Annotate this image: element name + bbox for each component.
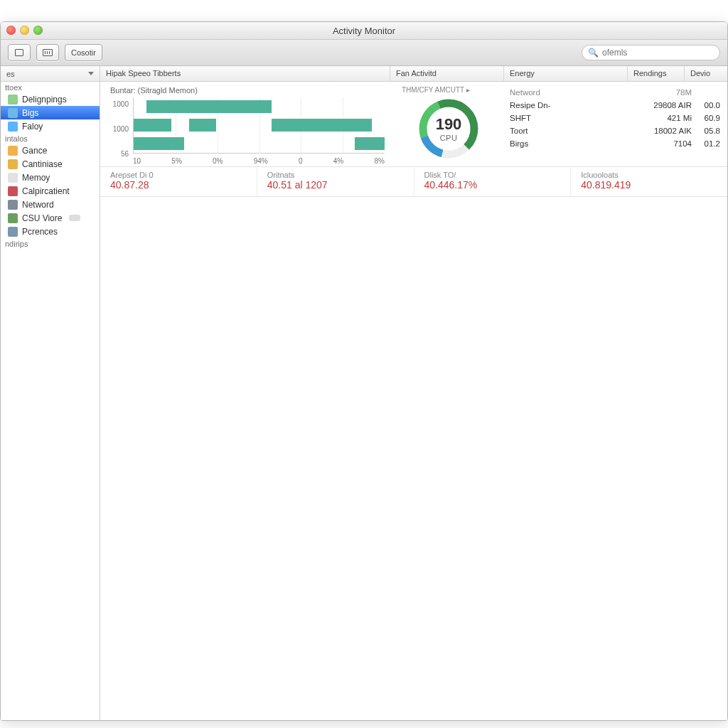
- header-col-4[interactable]: Rendings: [628, 66, 685, 81]
- energy-panel: Netword 78M Resipe Dn-29808 AIR00.0SHFT4…: [504, 82, 727, 166]
- sidebar-item-label: Pcrences: [22, 227, 58, 237]
- sidebar-section-1: ttoex: [1, 82, 100, 92]
- bar-chart-yaxis: 1000100056: [107, 100, 129, 158]
- energy-row-value: 421 Mi: [642, 114, 692, 122]
- sidebar-item-label: Gance: [22, 146, 47, 156]
- energy-row-name: Toort: [510, 127, 642, 135]
- bar-chart-plot: [133, 97, 385, 154]
- column-headers: Hipak Speeo Tibberts Fan Activitd Energy…: [100, 66, 727, 82]
- summary-value: 40.446.17%: [424, 179, 561, 191]
- chevron-down-icon: [88, 72, 94, 75]
- toolbar-button-1[interactable]: [8, 44, 31, 61]
- summary-label: Arepset Di 0: [110, 171, 247, 179]
- header-col-5[interactable]: Devio: [685, 66, 727, 81]
- sidebar-section-3: ndirips: [1, 238, 100, 249]
- summary-cell: Arepset Di 040.87.28: [100, 167, 257, 196]
- energy-header-label: Netword: [510, 88, 642, 97]
- energy-row: SHFT421 Mi60.9: [510, 112, 720, 124]
- sidebar-item-bigs[interactable]: Bigs: [1, 106, 100, 119]
- header-col-3[interactable]: Energy: [504, 66, 628, 81]
- energy-row-value: 18002 AIK: [642, 127, 692, 135]
- main-area: Hipak Speeo Tibberts Fan Activitd Energy…: [100, 66, 727, 720]
- process-list-area: [100, 197, 727, 720]
- summary-bar: Arepset Di 040.87.28Oritnats40.51 al 120…: [100, 167, 727, 197]
- traffic-lights: [6, 26, 43, 35]
- bar-segment: [189, 119, 217, 132]
- energy-row-value2: 60.9: [692, 114, 720, 122]
- sidebar-item-netword[interactable]: Netword: [1, 198, 100, 211]
- energy-table: Netword 78M Resipe Dn-29808 AIR00.0SHFT4…: [510, 86, 720, 150]
- sidebar-item-faloy[interactable]: Faloy: [1, 119, 100, 133]
- bar-chart-subtitle: Buntar: (Sitragld Memon): [110, 86, 383, 95]
- sidebar-item-memoy[interactable]: Memoy: [1, 171, 100, 184]
- sidebar-popup[interactable]: es: [1, 66, 100, 82]
- energy-row-value: 29808 AIR: [642, 101, 692, 109]
- folder-icon: [8, 122, 18, 132]
- sidebar-item-cantiniase[interactable]: Cantiniase: [1, 157, 100, 171]
- sidebar-item-pcrences[interactable]: Pcrences: [1, 225, 100, 238]
- sidebar-item-label: Faloy: [22, 122, 43, 132]
- energy-row-value: 7104: [642, 139, 692, 148]
- energy-row-name: SHFT: [510, 114, 642, 122]
- folder-icon: [8, 173, 18, 183]
- grid-icon: [43, 49, 53, 56]
- window-title: Activity Monitor: [1, 26, 727, 36]
- header-col-2[interactable]: Fan Activitd: [390, 66, 504, 81]
- summary-cell: Icluooloats40.819.419: [570, 167, 727, 196]
- toolbar-popup-label: Cosotir: [71, 48, 96, 57]
- sidebar-item-label: Delignpings: [22, 95, 67, 105]
- bar-segment: [355, 137, 385, 150]
- energy-row-value2: 05.8: [692, 127, 720, 135]
- gauge-label: CPU: [440, 134, 458, 142]
- folder-icon: [8, 108, 18, 118]
- toolbar-button-2[interactable]: [36, 44, 59, 61]
- sidebar-item-gance[interactable]: Gance: [1, 144, 100, 157]
- summary-cell: Oritnats40.51 al 1207: [257, 167, 414, 196]
- sidebar-item-label: Calpircatient: [22, 186, 70, 196]
- summary-label: Icluooloats: [581, 171, 717, 179]
- sidebar-item-calpircatient[interactable]: Calpircatient: [1, 184, 100, 198]
- search-icon: 🔍: [588, 48, 599, 58]
- sidebar-item-label: CSU Viore: [22, 213, 62, 223]
- header-col-1[interactable]: Hipak Speeo Tibberts: [100, 66, 390, 81]
- zoom-icon[interactable]: [33, 26, 43, 35]
- sidebar-item-csu viore[interactable]: CSU Viore: [1, 211, 100, 225]
- sidebar-popup-label: es: [6, 70, 15, 78]
- folder-icon: [8, 213, 18, 223]
- gauge-panel: THM/CFY AMCUTT ▸ 190 CPU: [390, 82, 504, 166]
- folder-icon: [8, 95, 18, 105]
- summary-label: Oritnats: [267, 171, 404, 179]
- search-field[interactable]: 🔍: [582, 45, 720, 60]
- sidebar-item-delignpings[interactable]: Delignpings: [1, 92, 100, 106]
- energy-row-value2: 00.0: [692, 101, 720, 109]
- bar-segment: [134, 137, 184, 150]
- header-col-2-label: Fan Activitd: [396, 69, 437, 77]
- energy-header-col2: 78M: [642, 88, 692, 97]
- energy-row: Birgs710401.2: [510, 137, 720, 150]
- close-icon[interactable]: [6, 26, 16, 35]
- energy-table-header: Netword 78M: [510, 86, 720, 99]
- bar-segment: [134, 119, 171, 132]
- summary-cell: Dlisk TO/40.446.17%: [414, 167, 571, 196]
- bar-segment: [146, 100, 272, 113]
- sidebar: es ttoex DelignpingsBigsFaloy intalos Ga…: [1, 66, 100, 720]
- bar-chart-xaxis: 105%0%94%04%8%: [133, 157, 385, 165]
- folder-icon: [8, 200, 18, 210]
- sidebar-item-label: Cantiniase: [22, 159, 63, 169]
- energy-row-value2: 01.2: [692, 139, 720, 148]
- toolbar-popup-button[interactable]: Cosotir: [65, 44, 102, 61]
- sidebar-item-label: Memoy: [22, 173, 50, 183]
- main-columns: es ttoex DelignpingsBigsFaloy intalos Ga…: [1, 66, 727, 720]
- toolbar: Cosotir 🔍: [1, 40, 727, 66]
- folder-icon: [8, 146, 18, 156]
- minimize-icon[interactable]: [20, 26, 29, 35]
- folder-icon: [8, 227, 18, 237]
- summary-value: 40.87.28: [110, 179, 247, 191]
- dashboard-panels: Buntar: (Sitragld Memon) 1000100056 105%…: [100, 82, 727, 167]
- gauge-value: 190: [436, 115, 462, 134]
- search-input[interactable]: [602, 48, 714, 58]
- bar-chart-panel: Buntar: (Sitragld Memon) 1000100056 105%…: [100, 82, 390, 166]
- app-window: Activity Monitor Cosotir 🔍 es ttoex Deli…: [0, 21, 728, 721]
- summary-value: 40.51 al 1207: [267, 179, 404, 191]
- sidebar-section-2: intalos: [1, 133, 100, 144]
